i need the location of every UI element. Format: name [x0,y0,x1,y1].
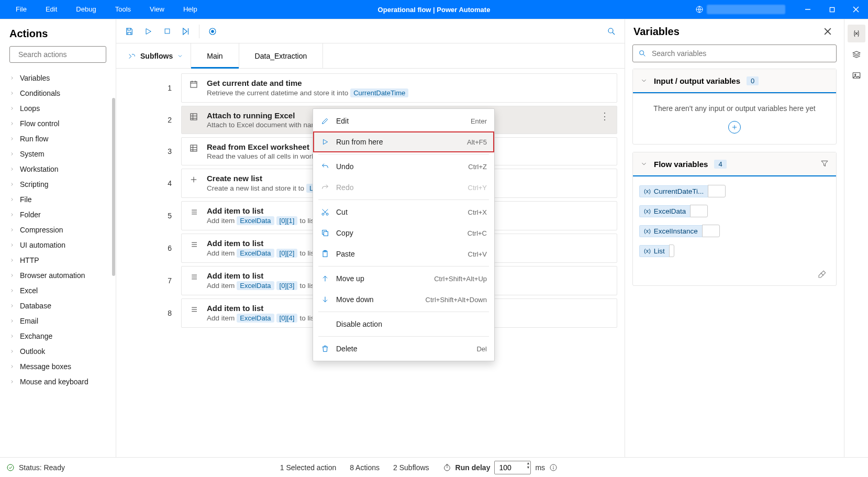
flow-variable[interactable]: (x)ExcelInstance [639,225,830,237]
actions-category[interactable]: Loops [5,101,113,116]
eraser-icon[interactable] [817,270,827,281]
actions-category[interactable]: Folder [5,207,113,222]
run-delay-input[interactable] [494,461,531,474]
variables-search[interactable] [632,45,837,62]
actions-scrollbar[interactable] [112,98,115,276]
context-menu-item[interactable]: PasteCtrl+V [313,243,494,264]
images-rail-button[interactable] [848,66,865,84]
svg-marker-9 [183,28,187,35]
menu-edit[interactable]: Edit [36,0,66,19]
stepper-arrows[interactable]: ▲▼ [527,461,530,470]
add-io-variable-button[interactable] [728,121,741,134]
actions-search[interactable] [9,46,106,63]
actions-category[interactable]: Variables [5,70,113,85]
context-menu-item[interactable]: Move downCtrl+Shift+Alt+Down [313,289,494,310]
context-menu-item[interactable]: UndoCtrl+Z [313,156,494,177]
flow-variable[interactable]: (x)CurrentDateTi... [639,185,830,197]
actions-category[interactable]: Workstation [5,161,113,176]
context-menu-shortcut: Ctrl+Shift+Alt+Up [434,275,487,283]
actions-tree[interactable]: VariablesConditionalsLoopsFlow controlRu… [0,67,116,457]
menu-help[interactable]: Help [174,0,207,19]
flow-variable[interactable]: (x)ExcelData [639,205,830,217]
action-description: Add item ExcelData [0][1] to list [207,216,316,225]
variables-rail-button[interactable] [848,25,865,42]
trash-icon [320,345,330,353]
svg-point-12 [212,30,214,32]
actions-category[interactable]: Run flow [5,131,113,146]
actions-category[interactable]: File [5,192,113,207]
info-icon[interactable] [549,463,558,472]
action-description: Attach to Excel document with nam [207,121,317,129]
flow-body: 1Get current date and timeRetrieve the c… [116,69,625,457]
stop-button[interactable] [158,23,176,40]
context-menu-item[interactable]: EditEnter [313,110,494,131]
menu-debug[interactable]: Debug [66,0,105,19]
svg-rect-58 [324,231,328,236]
io-variables-count: 0 [747,76,759,85]
subflows-dropdown[interactable]: Subflows [120,43,191,68]
actions-category[interactable]: Email [5,313,113,328]
save-button[interactable] [120,23,138,40]
actions-category[interactable]: System [5,146,113,161]
action-card[interactable]: Get current date and timeRetrieve the cu… [181,73,617,103]
action-title: Create new list [207,174,318,183]
action-icon [189,271,199,290]
close-variables-button[interactable] [820,24,836,39]
svg-line-14 [613,32,615,34]
run-button[interactable] [139,23,157,40]
right-rail [844,19,868,457]
context-menu-item[interactable]: Run from hereAlt+F5 [313,131,494,152]
actions-category[interactable]: Scripting [5,176,113,192]
menu-tools[interactable]: Tools [106,0,140,19]
actions-category[interactable]: Flow control [5,116,113,131]
run-next-button[interactable] [177,23,195,40]
context-menu-item[interactable]: CutCtrl+X [313,202,494,223]
search-flow-button[interactable] [603,23,620,40]
minimize-button[interactable] [796,0,820,19]
tab-main[interactable]: Main [191,43,239,68]
record-button[interactable] [204,23,221,40]
actions-category[interactable]: Mouse and keyboard [5,374,113,389]
variables-search-input[interactable] [652,49,831,58]
chevron-down-icon [177,53,183,59]
action-title: Read from Excel worksheet [207,142,319,151]
io-variables-header[interactable]: Input / output variables 0 [633,69,836,92]
svg-point-65 [640,51,644,55]
action-more-button[interactable]: ⋮ [600,112,610,121]
context-menu-item[interactable]: CopyCtrl+C [313,223,494,243]
close-button[interactable] [844,0,868,19]
actions-category[interactable]: UI automation [5,237,113,252]
subflows-count: 2 Subflows [393,463,429,472]
context-menu-item[interactable]: Move upCtrl+Shift+Alt+Up [313,268,494,289]
paste-icon [320,250,330,258]
actions-category[interactable]: HTTP [5,252,113,268]
actions-category[interactable]: Browser automation [5,268,113,283]
play-icon [320,138,330,146]
menu-view[interactable]: View [140,0,174,19]
svg-line-70 [821,273,824,275]
menu-file[interactable]: File [6,0,36,19]
tab-data-extraction[interactable]: Data_Extraction [239,43,324,68]
actions-category[interactable]: Database [5,298,113,313]
action-icon [189,206,199,225]
actions-category[interactable]: Excel [5,283,113,298]
environment-badge[interactable] [685,5,796,14]
context-menu-item[interactable]: Disable action [313,314,494,335]
context-menu-shortcut: Ctrl+V [468,250,487,258]
action-title: Add item to list [207,304,316,313]
actions-category[interactable]: Outlook [5,343,113,359]
ui-elements-rail-button[interactable] [848,46,865,63]
actions-category[interactable]: Message boxes [5,359,113,374]
actions-category[interactable]: Exchange [5,328,113,343]
actions-search-input[interactable] [18,50,110,59]
context-menu-shortcut: Ctrl+C [468,229,487,237]
svg-line-66 [643,54,646,57]
actions-category[interactable]: Conditionals [5,85,113,101]
step-number: 8 [131,297,181,329]
context-menu-item[interactable]: DeleteDel [313,338,494,359]
flow-variables-header[interactable]: Flow variables 4 [633,152,836,175]
maximize-button[interactable] [820,0,844,19]
flow-variable[interactable]: (x)List [639,245,830,257]
actions-category[interactable]: Compression [5,222,113,237]
filter-icon[interactable] [820,159,829,169]
